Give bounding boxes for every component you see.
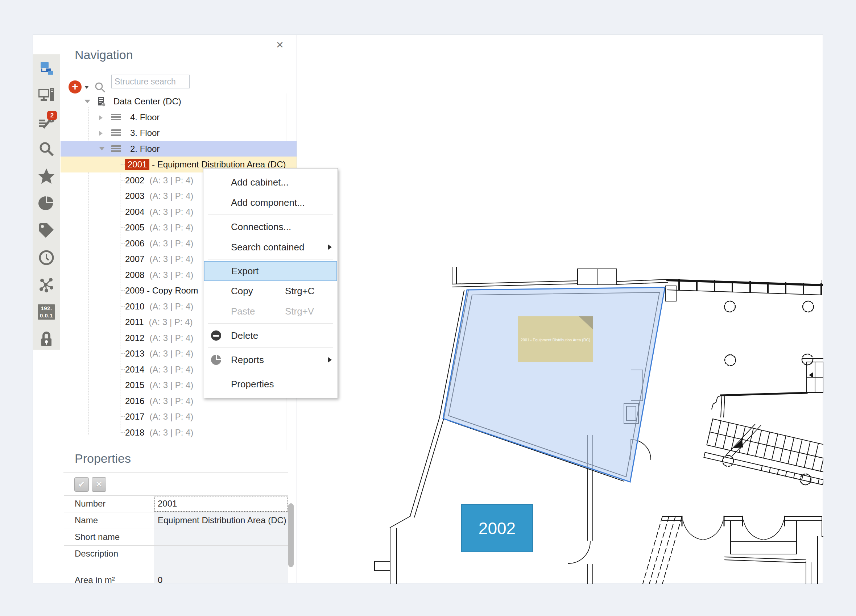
tag-icon[interactable] [38, 222, 55, 239]
property-label: Area in m² [64, 572, 154, 583]
tree-item-meta: (A: 3 | P: 4) [149, 380, 193, 390]
menu-item-label: Paste [231, 306, 255, 317]
properties-row: Name Equipment Distribution Area (DC) [64, 512, 288, 528]
context-menu-item[interactable]: Copy Strg+C [203, 281, 337, 301]
navigation-structure-icon[interactable] [38, 59, 55, 76]
add-button[interactable]: + [69, 80, 82, 94]
tree-item-number: 2013 [125, 349, 144, 358]
expander-icon[interactable] [99, 131, 103, 136]
history-clock-icon[interactable] [38, 249, 55, 266]
properties-row: Number 2001 [64, 495, 288, 512]
menu-item-label: Copy [231, 286, 253, 297]
divider [113, 475, 113, 492]
context-menu: Add cabinet... Add component... Connecti… [203, 168, 338, 398]
topology-network-icon[interactable] [38, 276, 55, 293]
tree-item-number: 2002 [125, 175, 144, 185]
property-value-field[interactable]: 2001 [154, 496, 288, 512]
tools-icon[interactable]: 2 [38, 113, 55, 131]
context-menu-item[interactable]: Connections... [203, 217, 337, 237]
context-menu-item[interactable]: Paste Strg+V [203, 301, 337, 321]
tree-item-number: 2018 [125, 427, 144, 437]
menu-item-icon [211, 197, 222, 208]
properties-scrollbar[interactable] [288, 503, 294, 567]
context-menu-item[interactable]: Add component... [203, 192, 337, 213]
side-toolbar: 2 192. 0.0.1 [32, 54, 60, 350]
context-menu-item[interactable]: Add cabinet... [203, 172, 337, 192]
property-value: 2001 [154, 496, 288, 512]
menu-item-label: Delete [231, 330, 258, 341]
tree-item-number: 2012 [125, 333, 144, 343]
favorites-star-icon[interactable] [38, 167, 55, 185]
expander-icon[interactable] [99, 147, 105, 151]
tree-row-room[interactable]: 2018(A: 3 | P: 4) [60, 425, 297, 441]
tree-item-meta: (A: 3 | P: 4) [149, 238, 193, 248]
property-label: Short name [64, 529, 154, 545]
tree-item-number: 2007 [125, 254, 144, 264]
tree-item-meta: (A: 3 | P: 4) [149, 333, 193, 343]
tree-item-number: 2017 [125, 412, 144, 421]
context-menu-item[interactable]: Reports [203, 350, 337, 370]
tree-item-label: 4. Floor [130, 112, 160, 122]
structure-search-input[interactable] [111, 75, 189, 88]
tree-row-room[interactable]: 2017(A: 3 | P: 4) [60, 409, 297, 425]
menu-separator [208, 347, 333, 348]
properties-title: Properties [75, 452, 131, 465]
tree-row-floor[interactable]: 3. Floor [60, 125, 297, 141]
close-icon[interactable]: ✕ [273, 38, 287, 52]
tree-row-floor[interactable]: 2. Floor [60, 141, 297, 157]
menu-item-label: Reports [231, 354, 264, 366]
menu-separator [208, 259, 333, 260]
tree-item-meta: (A: 3 | P: 4) [149, 364, 193, 374]
cancel-button[interactable]: ✕ [92, 477, 106, 492]
security-lock-icon[interactable] [38, 330, 55, 348]
context-menu-item[interactable]: Delete [203, 326, 337, 346]
submenu-arrow-icon [328, 357, 332, 363]
floor-icon [111, 114, 121, 121]
tree-row-floor[interactable]: 4. Floor [60, 109, 297, 125]
navigation-title: Navigation [75, 48, 133, 62]
tree-item-label: 3. Floor [130, 128, 160, 138]
menu-item-shortcut: Strg+C [285, 286, 315, 297]
reports-pie-icon[interactable] [38, 195, 55, 212]
property-label: Description [64, 546, 154, 572]
menu-item-label: Add cabinet... [231, 177, 289, 188]
context-menu-item[interactable]: Properties [203, 374, 337, 394]
property-value: Equipment Distribution Area (DC) [154, 512, 288, 528]
tree-item-label: Data Center (DC) [114, 97, 181, 106]
workstation-icon[interactable] [38, 86, 55, 103]
room-2002-label[interactable]: 2002 [462, 504, 533, 552]
context-menu-item[interactable]: Export [204, 261, 337, 281]
tree-item-meta: (A: 3 | P: 4) [149, 317, 193, 327]
tree-item-meta: (A: 3 | P: 4) [149, 349, 193, 358]
expander-icon[interactable] [99, 115, 103, 120]
menu-separator [208, 215, 333, 215]
tree-row-data-center[interactable]: Data Center (DC) [60, 94, 297, 109]
expander-icon[interactable] [85, 100, 90, 103]
menu-item-label: Search contained [231, 242, 304, 253]
divider [63, 472, 288, 473]
tree-item-meta: (A: 3 | P: 4) [149, 191, 193, 201]
menu-item-icon [211, 177, 222, 188]
property-value-field[interactable]: 0 [154, 572, 288, 583]
context-menu-item[interactable]: Search contained [203, 237, 337, 257]
tree-item-number: 2011 [125, 317, 144, 327]
room-2002-label-text: 2002 [479, 519, 516, 538]
add-dropdown-caret-icon[interactable] [85, 86, 89, 89]
menu-item-label: Properties [231, 379, 274, 390]
tree-item-meta: (A: 3 | P: 4) [149, 223, 193, 232]
ip-line-2: 0.0.1 [38, 312, 55, 319]
apply-button[interactable]: ✔ [74, 477, 89, 492]
tree-item-label: - Copy Room [144, 286, 198, 295]
property-value-field[interactable]: Equipment Distribution Area (DC) [154, 512, 288, 528]
menu-separator [208, 323, 333, 324]
menu-separator [208, 372, 333, 372]
property-value-field[interactable] [154, 546, 288, 572]
search-tool-icon[interactable] [38, 140, 55, 158]
staircase [704, 415, 824, 484]
property-value-field[interactable] [154, 529, 288, 545]
tree-item-meta: (A: 3 | P: 4) [149, 207, 193, 217]
tree-item-label: 2. Floor [130, 144, 160, 154]
tree-item-meta: (A: 3 | P: 4) [149, 270, 193, 280]
menu-item-icon [211, 330, 222, 341]
ip-address-icon[interactable]: 192. 0.0.1 [38, 303, 55, 321]
